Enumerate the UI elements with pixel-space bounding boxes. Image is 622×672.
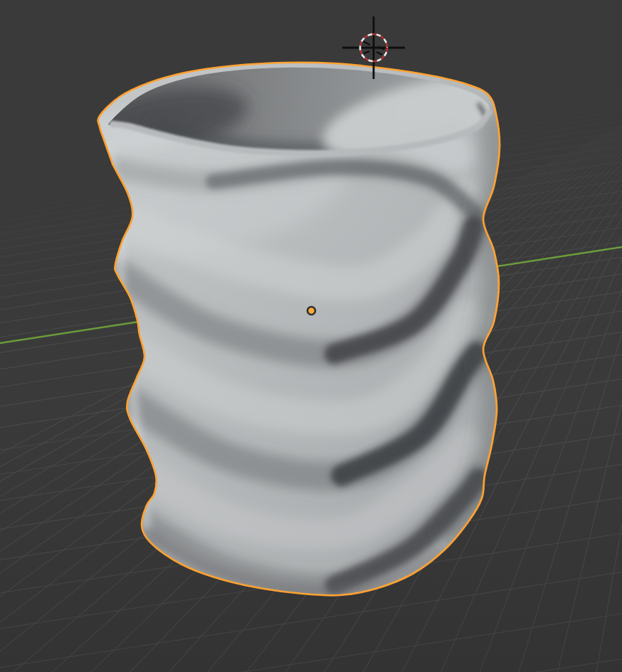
object-origin-point[interactable] — [307, 307, 315, 315]
viewport-canvas[interactable] — [0, 0, 622, 672]
blender-3d-viewport[interactable] — [0, 0, 622, 672]
